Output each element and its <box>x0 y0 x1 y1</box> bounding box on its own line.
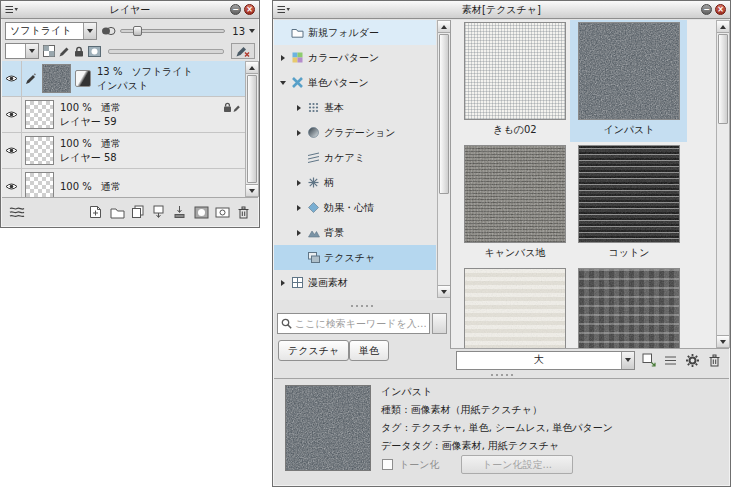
paper-texture-thumbnail[interactable] <box>75 70 91 87</box>
search-input[interactable] <box>295 318 426 329</box>
palette-menu-icon[interactable] <box>5 5 18 14</box>
collapse-icon[interactable] <box>280 81 286 85</box>
tone-settings-button[interactable]: トーン化設定... <box>461 455 573 474</box>
tree-item-texture[interactable]: テクスチャ <box>274 245 436 270</box>
lock-icon[interactable] <box>74 46 84 57</box>
grid-scrollbar[interactable] <box>716 20 730 348</box>
tree-item-manga[interactable]: 漫画素材 <box>274 270 436 295</box>
expand-icon[interactable] <box>297 180 301 186</box>
scroll-up-icon[interactable] <box>717 21 729 33</box>
gear-icon[interactable] <box>684 352 701 369</box>
paste-material-icon[interactable] <box>640 352 657 369</box>
merge-to-below-icon[interactable] <box>171 203 189 221</box>
material-item-kimono02[interactable]: きもの02 <box>458 20 572 137</box>
search-option-button[interactable] <box>432 313 447 334</box>
tree-item-effect[interactable]: 効果・心情 <box>274 195 436 220</box>
tree-item-kakeami[interactable]: カケアミ <box>274 145 436 170</box>
material-item[interactable] <box>458 266 572 348</box>
eye-icon[interactable] <box>5 110 18 119</box>
expand-icon[interactable] <box>281 55 285 61</box>
draft-layer-button[interactable] <box>231 43 255 59</box>
alpha-lock-icon[interactable] <box>43 45 55 57</box>
new-raster-layer-icon[interactable] <box>87 203 105 221</box>
layer-property-icon[interactable] <box>213 203 231 221</box>
scroll-up-icon[interactable] <box>246 62 258 74</box>
expand-icon[interactable] <box>297 130 301 136</box>
chevron-down-icon[interactable] <box>83 23 96 39</box>
layer-row-59[interactable]: 100 %通常 レイヤー 59 <box>2 97 245 133</box>
layer-list-scrollbar[interactable] <box>245 61 259 197</box>
chevron-down-icon[interactable] <box>621 352 634 369</box>
tree-splitter[interactable] <box>274 302 450 309</box>
scroll-down-icon[interactable] <box>438 285 450 297</box>
layer-thumbnail[interactable] <box>25 136 54 165</box>
tree-item-gradation[interactable]: グラデーション <box>274 120 436 145</box>
combine-mode-icon[interactable] <box>101 26 116 36</box>
expand-icon[interactable] <box>281 280 285 286</box>
delete-layer-icon[interactable] <box>234 203 252 221</box>
material-item-impasto[interactable]: インパスト <box>572 20 686 137</box>
scroll-down-icon[interactable] <box>246 184 258 196</box>
material-thumbnail[interactable] <box>464 145 566 243</box>
minimize-button[interactable]: − <box>701 4 712 15</box>
material-thumbnail[interactable] <box>578 268 680 348</box>
tag-button-mono[interactable]: 単色 <box>349 340 389 361</box>
palette-menu-icon[interactable] <box>277 5 290 14</box>
material-item-cotton[interactable]: コットン <box>572 143 686 260</box>
tone-checkbox[interactable] <box>382 459 393 470</box>
material-thumbnail[interactable] <box>578 145 680 243</box>
minimize-button[interactable]: − <box>230 4 241 15</box>
scrollbar-thumb[interactable] <box>247 75 257 183</box>
opacity-slider-handle[interactable] <box>133 26 142 36</box>
layer-row[interactable]: 100 %通常 <box>2 169 245 197</box>
tree-item-background[interactable]: 背景 <box>274 220 436 245</box>
blend-mode-dropdown[interactable]: ソフトライト <box>5 22 97 40</box>
lock-pencil-icon[interactable] <box>59 46 70 57</box>
scroll-up-icon[interactable] <box>438 21 450 33</box>
tree-scrollbar[interactable] <box>437 20 451 298</box>
chevron-down-icon[interactable] <box>25 44 38 58</box>
material-thumbnail[interactable] <box>464 22 566 120</box>
layer-stack-icon[interactable] <box>8 203 26 221</box>
material-thumbnail[interactable] <box>464 268 566 348</box>
list-view-icon[interactable] <box>662 352 679 369</box>
opacity-slider[interactable] <box>120 23 225 39</box>
material-item-canvas[interactable]: キャンバス地 <box>458 143 572 260</box>
search-box[interactable] <box>277 313 430 334</box>
layer-row-impasto[interactable]: 13 %ソフトライト インパスト <box>2 61 245 97</box>
eye-icon[interactable] <box>5 146 18 155</box>
layer-thumbnail[interactable] <box>25 172 54 197</box>
tag-button-texture[interactable]: テクスチャ <box>278 340 349 361</box>
expand-icon[interactable] <box>297 105 301 111</box>
expand-icon[interactable] <box>297 205 301 211</box>
layer-row-58[interactable]: 100 %通常 レイヤー 58 <box>2 133 245 169</box>
close-button[interactable]: × <box>244 4 255 15</box>
tree-item-color-pattern[interactable]: カラーパターン <box>274 45 436 70</box>
tree-item-design[interactable]: 柄 <box>274 170 436 195</box>
scrollbar-thumb[interactable] <box>439 34 449 194</box>
scrollbar-thumb[interactable] <box>718 34 728 124</box>
material-thumbnail[interactable] <box>578 22 680 120</box>
close-button[interactable]: × <box>715 4 726 15</box>
transfer-to-below-icon[interactable] <box>150 203 168 221</box>
tree-item-new-folder[interactable]: 新規フォルダー <box>274 20 436 45</box>
opacity-dropdown-icon[interactable] <box>249 29 255 33</box>
create-mask-icon[interactable] <box>192 203 210 221</box>
trash-icon[interactable] <box>706 352 723 369</box>
layers-titlebar[interactable]: レイヤー − × <box>1 1 259 19</box>
enable-mask-icon[interactable] <box>88 46 101 57</box>
tree-item-mono-pattern[interactable]: 単色パターン <box>274 70 436 95</box>
eye-icon[interactable] <box>5 182 18 191</box>
eye-icon[interactable] <box>5 74 18 83</box>
layer-thumbnail[interactable] <box>42 64 71 93</box>
layer-thumbnail[interactable] <box>25 100 54 129</box>
thumbnail-size-dropdown[interactable]: 大 <box>456 351 635 370</box>
scroll-down-icon[interactable] <box>717 335 729 347</box>
duplicate-layer-icon[interactable] <box>129 203 147 221</box>
expand-icon[interactable] <box>297 230 301 236</box>
material-titlebar[interactable]: 素材[テクスチャ] − × <box>273 1 730 19</box>
new-folder-icon[interactable] <box>108 203 126 221</box>
tree-item-basic[interactable]: 基本 <box>274 95 436 120</box>
material-item[interactable] <box>572 266 686 348</box>
layer-color-dropdown[interactable] <box>5 43 39 59</box>
